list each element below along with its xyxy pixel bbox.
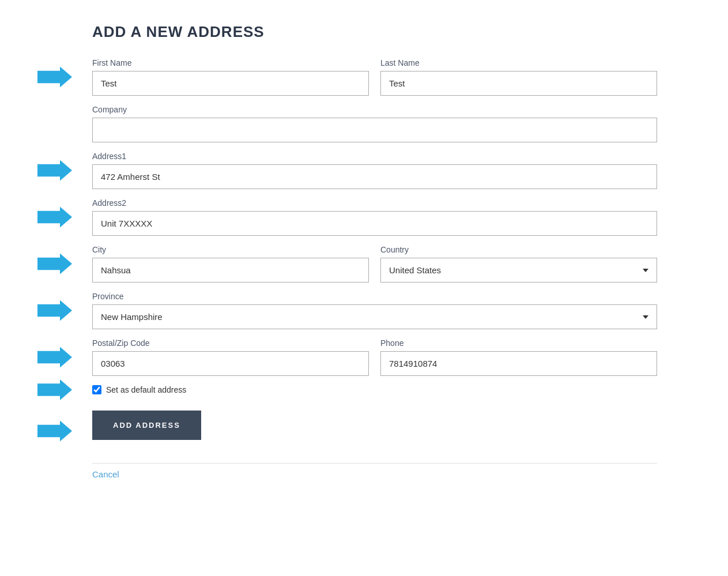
province-select[interactable]: New Hampshire Alabama Alaska Arizona Cal… xyxy=(92,304,657,329)
cancel-link[interactable]: Cancel xyxy=(92,463,657,479)
address1-input[interactable] xyxy=(92,164,657,189)
province-label: Province xyxy=(92,292,657,301)
arrow-province xyxy=(37,300,72,321)
city-label: City xyxy=(92,245,369,254)
first-name-label: First Name xyxy=(92,58,369,67)
address1-label: Address1 xyxy=(92,152,657,161)
company-input[interactable] xyxy=(92,118,657,142)
province-group: Province New Hampshire Alabama Alaska Ar… xyxy=(92,292,657,329)
address2-group: Address2 xyxy=(92,198,657,236)
default-address-row: Set as default address xyxy=(92,385,657,394)
add-address-button[interactable]: ADD ADDRESS xyxy=(92,411,201,440)
arrow-default xyxy=(37,379,72,400)
last-name-input[interactable] xyxy=(380,71,657,96)
arrow-first-name xyxy=(37,67,72,88)
phone-group: Phone xyxy=(380,338,657,376)
arrow-city xyxy=(37,254,72,274)
city-group: City xyxy=(92,245,369,283)
address2-label: Address2 xyxy=(92,198,657,208)
address2-input[interactable] xyxy=(92,211,657,236)
phone-label: Phone xyxy=(380,338,657,348)
first-name-input[interactable] xyxy=(92,71,369,96)
default-address-checkbox[interactable] xyxy=(92,385,101,394)
postal-input[interactable] xyxy=(92,351,369,376)
postal-group: Postal/Zip Code xyxy=(92,338,369,376)
address1-group: Address1 xyxy=(92,152,657,189)
arrow-address1 xyxy=(37,160,72,181)
country-label: Country xyxy=(380,245,657,254)
first-name-group: First Name xyxy=(92,58,369,96)
arrow-button xyxy=(37,421,72,442)
page-title: ADD A NEW ADDRESS xyxy=(92,23,728,41)
postal-label: Postal/Zip Code xyxy=(92,338,369,348)
arrow-postal xyxy=(37,347,72,368)
company-group: Company xyxy=(92,105,657,142)
company-label: Company xyxy=(92,105,657,114)
arrow-address2 xyxy=(37,207,72,228)
last-name-group: Last Name xyxy=(380,58,657,96)
phone-input[interactable] xyxy=(380,351,657,376)
country-group: Country United States Canada United King… xyxy=(380,245,657,283)
last-name-label: Last Name xyxy=(380,58,657,67)
default-address-label[interactable]: Set as default address xyxy=(106,385,186,394)
country-select[interactable]: United States Canada United Kingdom Aust… xyxy=(380,258,657,283)
city-input[interactable] xyxy=(92,258,369,283)
